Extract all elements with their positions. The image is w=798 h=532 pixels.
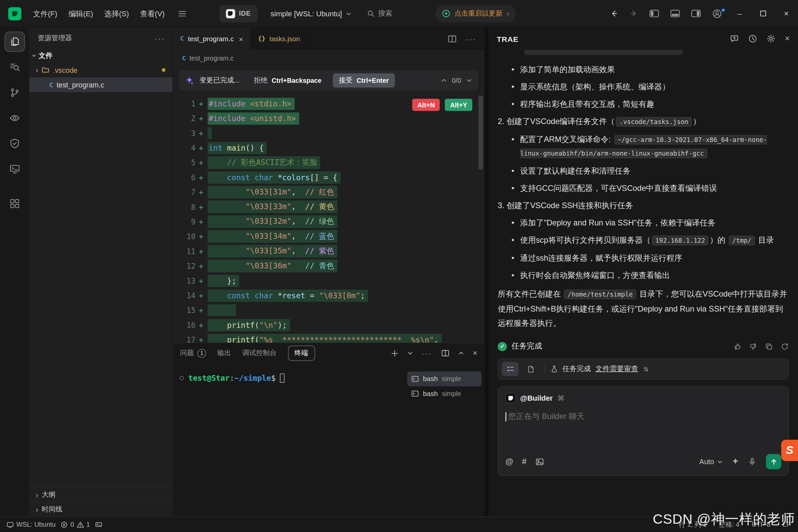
chevron-down-icon[interactable] (466, 77, 472, 83)
files-changed-button[interactable] (522, 362, 539, 376)
send-button[interactable] (766, 454, 781, 469)
ide-window: 文件(F)编辑(E)选择(S)查看(V) IDE simple [WSL: Ub… (0, 0, 798, 532)
activitybar-search[interactable] (4, 57, 25, 77)
activitybar-explorer[interactable] (4, 32, 25, 52)
tree-item[interactable]: ›.vscode (30, 62, 173, 77)
ports-indicator[interactable] (95, 521, 102, 528)
problems-indicator[interactable]: 0 1 (61, 521, 90, 528)
toggle-panel-icon[interactable] (665, 10, 686, 17)
sidebar-bottom-section[interactable]: ›时间线 (30, 502, 173, 517)
chat-input-card[interactable]: @Builder ⌘ 您正在与 Builder 聊天 @ # Auto (498, 386, 789, 476)
accept-button[interactable]: 接受 Ctrl+Enter (333, 73, 395, 88)
menu-item[interactable]: 查看(V) (134, 0, 170, 27)
menu-item[interactable]: 文件(F) (27, 0, 63, 27)
toggle-right-panel-icon[interactable] (686, 10, 706, 17)
tab-actions: ··· (448, 27, 484, 50)
reject-button[interactable]: 拒绝 Ctrl+Backspace (254, 76, 321, 85)
toggle-sidebar-icon[interactable] (644, 10, 665, 17)
code-text: "\033[35m", // 紫色 (208, 245, 337, 258)
thumbs-down-icon[interactable] (749, 342, 757, 350)
terminal-session[interactable]: bashsimple (407, 372, 481, 386)
activitybar-source-control[interactable] (4, 82, 25, 103)
remote-indicator[interactable]: WSL: Ubuntu (7, 521, 56, 528)
sort-updown-icon[interactable] (643, 366, 649, 373)
files-review-link[interactable]: 文件需要审查 (595, 364, 639, 374)
editor-tab[interactable]: Ctest_program.c× (173, 27, 251, 50)
close-chat-icon[interactable]: × (785, 34, 790, 44)
history-icon[interactable] (748, 34, 757, 43)
code-line: 2+#include <unistd.h> (173, 111, 484, 126)
update-notification[interactable]: 点击重启以更新 › (435, 5, 516, 22)
editor-tab[interactable]: {}tasks.json (251, 27, 308, 50)
chevron-up-icon[interactable] (440, 77, 446, 83)
search-box[interactable]: 搜索 (367, 9, 392, 18)
copy-icon[interactable] (765, 342, 773, 350)
more-actions-icon[interactable]: ··· (422, 349, 432, 358)
task-status[interactable]: 任务完成 文件需要审查 (551, 364, 649, 374)
more-actions-icon[interactable]: ··· (466, 34, 476, 43)
code-text (208, 304, 236, 316)
panel-tab[interactable]: 输出 (217, 349, 231, 358)
menu-item[interactable]: 编辑(E) (63, 0, 99, 27)
chat-bullet-item: •显示系统信息（架构、操作系统、编译器） (498, 80, 789, 94)
csdn-floating-badge[interactable]: S (781, 440, 798, 461)
activitybar-extensions[interactable] (4, 193, 25, 214)
titlebar: 文件(F)编辑(E)选择(S)查看(V) IDE simple [WSL: Ub… (0, 0, 798, 27)
panel-tab[interactable]: 调试控制台 (242, 349, 277, 358)
hamburger-menu-icon[interactable] (172, 6, 191, 21)
task-list-button[interactable] (502, 362, 519, 376)
files-section-header[interactable]: › 文件 (30, 49, 173, 62)
close-window-button[interactable]: × (775, 0, 798, 27)
more-actions-icon[interactable]: ··· (155, 34, 165, 42)
image-attach-icon[interactable] (535, 457, 544, 466)
chat-input-field[interactable]: 您正在与 Builder 聊天 (506, 411, 781, 422)
terminal-session[interactable]: bashsimple (407, 386, 481, 401)
split-editor-icon[interactable] (448, 34, 457, 43)
mic-icon[interactable] (748, 457, 756, 466)
sidebar-bottom-section[interactable]: ›大纲 (30, 487, 173, 502)
panel-tab[interactable]: 问题1 (180, 349, 206, 358)
maximize-panel-icon[interactable] (458, 350, 464, 357)
new-chat-icon[interactable] (730, 34, 739, 43)
maximize-button[interactable] (751, 0, 774, 27)
editor-scrollbar[interactable] (478, 96, 483, 170)
diff-added-marker: + (196, 217, 206, 225)
agent-shortcut-icon: ⌘ (557, 394, 564, 402)
diff-added-marker: + (196, 114, 206, 122)
terminal-profile-chevron-icon[interactable] (407, 350, 413, 357)
task-status-bar: 任务完成 文件需要审查 (498, 358, 789, 380)
context-hash-icon[interactable]: # (522, 457, 527, 466)
activitybar-remote-terminal[interactable] (4, 159, 25, 179)
breadcrumb[interactable]: C test_program.c (173, 50, 484, 66)
panel-resize-sash[interactable] (484, 27, 489, 517)
back-button[interactable] (604, 9, 624, 18)
code-line: 3+ (173, 126, 484, 140)
app-logo-icon[interactable] (8, 7, 21, 20)
ai-sparkle-icon[interactable] (731, 457, 739, 466)
regenerate-icon[interactable] (781, 342, 789, 350)
split-terminal-icon[interactable] (441, 349, 449, 358)
panel-tab[interactable]: 终端 (288, 346, 315, 361)
code-editor[interactable]: 1+#include <stdio.h>2+#include <unistd.h… (173, 95, 484, 343)
mention-icon[interactable]: @ (506, 457, 513, 466)
forward-button[interactable] (624, 9, 644, 18)
builder-agent-icon (506, 393, 516, 403)
close-panel-icon[interactable]: × (473, 349, 477, 358)
thumbs-up-icon[interactable] (734, 342, 741, 350)
tree-item[interactable]: Ctest_program.c (30, 77, 173, 92)
chat-bullet-item: •添加了简单的加载动画效果 (498, 63, 789, 76)
account-icon[interactable] (706, 8, 727, 19)
close-tab-icon[interactable]: × (239, 34, 243, 43)
activitybar-debug[interactable] (4, 133, 25, 154)
terminal-output[interactable]: test@Star : ~/simple $ (173, 363, 407, 517)
agent-chip[interactable]: @Builder ⌘ (506, 393, 781, 403)
activitybar-preview[interactable] (4, 108, 25, 128)
workspace-switcher[interactable]: simple [WSL: Ubuntu] (271, 9, 352, 17)
menu-item[interactable]: 选择(S) (99, 0, 135, 27)
line-gutter: 10+ (173, 232, 206, 241)
model-mode-selector[interactable]: Auto (699, 457, 723, 466)
task-done-label: 任务完成 (511, 341, 542, 351)
minimize-button[interactable]: – (728, 0, 751, 27)
gear-icon[interactable] (766, 34, 776, 43)
new-terminal-icon[interactable] (391, 349, 398, 357)
